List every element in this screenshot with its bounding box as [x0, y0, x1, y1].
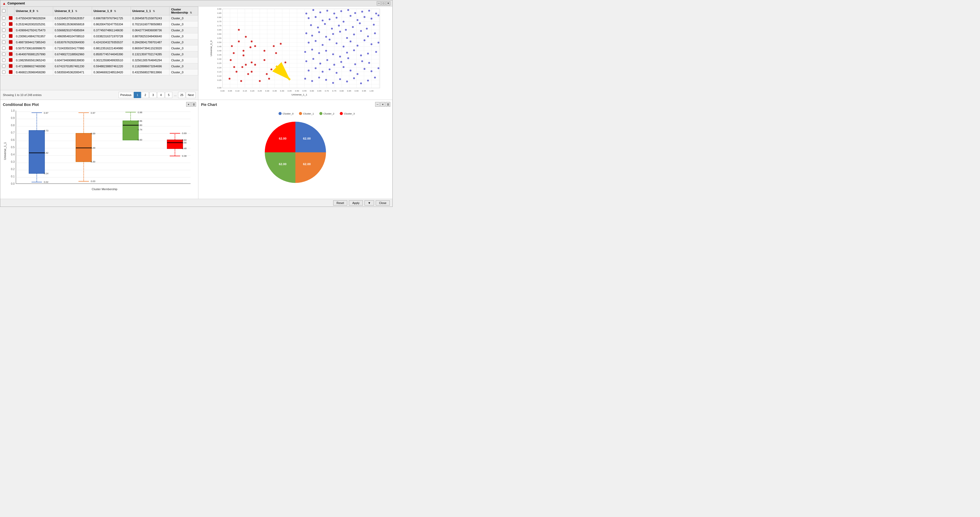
- row-checkbox[interactable]: [0, 39, 7, 45]
- page-4-button[interactable]: 4: [157, 92, 164, 98]
- svg-point-195: [364, 68, 366, 70]
- cell-universe-0-0: 0.46400765881257990: [14, 51, 53, 57]
- table-row[interactable]: 0.47138886027469390 0.67415701857481230 …: [0, 63, 198, 69]
- pie-chart-controls: ─ ✕ ☰: [375, 102, 390, 107]
- svg-point-103: [280, 43, 282, 45]
- svg-point-142: [366, 28, 368, 29]
- page-3-button[interactable]: 3: [150, 92, 157, 98]
- next-button[interactable]: Next: [186, 92, 196, 98]
- svg-point-153: [367, 35, 369, 37]
- cell-universe-1-1: 0.26945875155875243: [130, 15, 169, 21]
- reset-button[interactable]: Reset: [333, 200, 347, 206]
- page-5-button[interactable]: 5: [165, 92, 172, 98]
- svg-point-105: [242, 66, 243, 68]
- table-row[interactable]: 0.23096149842781957 0.48609548104708510 …: [0, 34, 198, 39]
- svg-text:0.60: 0.60: [138, 139, 142, 141]
- cell-cluster: Cluster_0: [169, 21, 198, 27]
- row-checkbox[interactable]: [0, 51, 7, 57]
- page-25-button[interactable]: 25: [178, 92, 185, 98]
- cell-universe-0-1: 0.48609548104708510: [53, 34, 92, 39]
- svg-point-178: [312, 58, 314, 60]
- pie-chart-close-button[interactable]: ✕: [380, 102, 385, 107]
- table-row[interactable]: 0.46682135960458280 0.58355045362000471 …: [0, 69, 198, 75]
- svg-point-169: [325, 50, 327, 52]
- svg-point-131: [364, 16, 366, 18]
- cell-universe-1-1: 0.28428041799701487: [130, 39, 169, 45]
- close-footer-button[interactable]: Close: [376, 200, 390, 206]
- svg-text:0.15: 0.15: [243, 90, 247, 92]
- data-table: Universe_0_0 ⇅ Universe_0_1 ⇅ Universe_1…: [0, 6, 198, 90]
- maximize-button[interactable]: □: [382, 1, 386, 5]
- svg-point-87: [238, 40, 240, 42]
- svg-text:0.45: 0.45: [218, 45, 221, 48]
- cell-universe-0-0: 0.48873094417385343: [14, 39, 53, 45]
- box-plot-menu-button[interactable]: ☰: [191, 102, 196, 107]
- svg-point-151: [353, 34, 355, 35]
- row-checkbox[interactable]: [0, 57, 7, 63]
- svg-point-119: [354, 12, 356, 14]
- row-checkbox[interactable]: [0, 69, 7, 75]
- cell-universe-1-0: 0.69670879767941725: [92, 15, 130, 21]
- svg-text:0.56: 0.56: [182, 141, 187, 144]
- row-checkbox[interactable]: [0, 15, 7, 21]
- svg-point-97: [240, 80, 242, 82]
- box-plot-close-button[interactable]: ✕: [186, 102, 191, 107]
- svg-text:0.10: 0.10: [235, 90, 240, 92]
- svg-point-170: [332, 53, 334, 55]
- row-checkbox[interactable]: [0, 45, 7, 51]
- col-header-universe-1-0[interactable]: Universe_1_0 ⇅: [92, 7, 130, 15]
- row-checkbox[interactable]: [0, 34, 7, 39]
- cell-universe-0-1: 0.65307676292064930: [53, 39, 92, 45]
- row-checkbox[interactable]: [0, 21, 7, 27]
- svg-point-129: [350, 15, 352, 17]
- bottom-panels: Conditional Box Plot ✕ ☰ 1.0 0.9 0.8: [0, 100, 392, 199]
- svg-point-161: [350, 40, 352, 42]
- pie-chart-minimize-button[interactable]: ─: [375, 102, 380, 107]
- table-row[interactable]: 0.48873094417385343 0.65307676292064930 …: [0, 39, 198, 45]
- svg-rect-248: [76, 133, 92, 162]
- pie-chart-menu-button[interactable]: ☰: [386, 102, 390, 107]
- cell-universe-0-0: 0.46682135960458280: [14, 69, 53, 75]
- col-header-universe-1-1[interactable]: Universe_1_1 ⇅: [130, 7, 169, 15]
- page-1-button[interactable]: 1: [134, 92, 141, 98]
- svg-text:0.30: 0.30: [91, 160, 95, 163]
- svg-point-181: [333, 64, 335, 66]
- svg-point-286: [340, 112, 343, 115]
- select-all-checkbox[interactable]: [0, 7, 7, 15]
- table-row[interactable]: 0.50757306160998670 0.71043350334177880 …: [0, 45, 198, 51]
- table-row[interactable]: 0.19829565561965243 0.60473469086539830 …: [0, 57, 198, 63]
- apply-arrow-button[interactable]: ▼: [364, 200, 374, 206]
- svg-point-113: [312, 9, 314, 11]
- cell-universe-1-0: 0.30212558049935510: [92, 57, 130, 63]
- row-color: [7, 39, 14, 45]
- minimize-button[interactable]: ─: [377, 1, 381, 5]
- svg-point-189: [322, 71, 323, 72]
- table-row[interactable]: 0.25324620302025291 0.55695135360656818 …: [0, 21, 198, 27]
- svg-text:0.3: 0.3: [11, 160, 14, 163]
- col-header-universe-0-0[interactable]: Universe_0_0 ⇅: [14, 7, 53, 15]
- svg-point-172: [346, 52, 348, 53]
- svg-text:0.80: 0.80: [138, 124, 142, 126]
- svg-rect-0: [223, 9, 380, 88]
- page-2-button[interactable]: 2: [142, 92, 149, 98]
- svg-point-196: [371, 70, 372, 72]
- svg-rect-259: [123, 121, 138, 140]
- table-row[interactable]: 0.43906427924175473 0.55668291074585004 …: [0, 27, 198, 34]
- svg-point-149: [339, 31, 341, 33]
- row-checkbox[interactable]: [0, 63, 7, 69]
- svg-text:0.60: 0.60: [310, 90, 314, 92]
- svg-text:62.00: 62.00: [279, 137, 286, 140]
- apply-button[interactable]: Apply: [349, 200, 363, 206]
- close-button[interactable]: ✕: [386, 1, 390, 5]
- cell-universe-0-1: 0.71043350334177880: [53, 45, 92, 51]
- svg-point-120: [361, 11, 363, 13]
- row-checkbox[interactable]: [0, 27, 7, 34]
- table-row[interactable]: 0.46400765881257990 0.67480272188562960 …: [0, 51, 198, 57]
- svg-point-163: [364, 39, 366, 41]
- prev-button[interactable]: Previous: [119, 92, 134, 98]
- col-header-universe-0-1[interactable]: Universe_0_1 ⇅: [53, 7, 92, 15]
- y-axis-label: Universe_0_0: [210, 40, 213, 56]
- col-header-cluster[interactable]: ClusterMembership ⇅: [169, 7, 198, 15]
- svg-text:0.49: 0.49: [91, 147, 95, 149]
- table-row[interactable]: 0.47550439796028204 0.51594537555628357 …: [0, 15, 198, 21]
